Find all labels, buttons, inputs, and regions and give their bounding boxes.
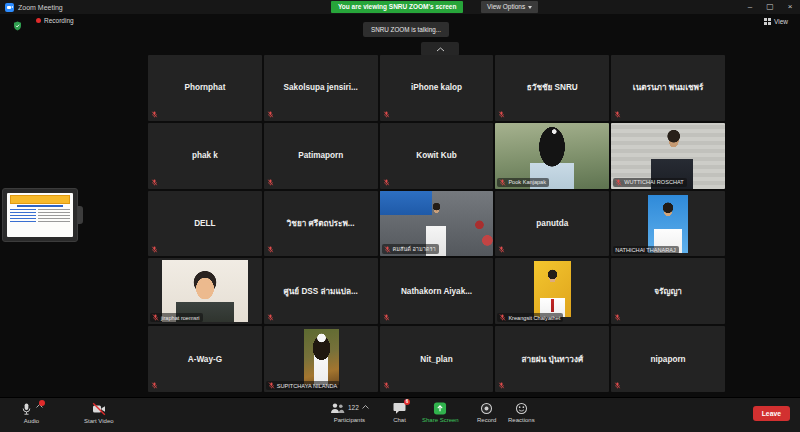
nameplate — [151, 179, 158, 186]
participants-count: 122 — [348, 405, 359, 412]
participant-tile[interactable]: Sakolsupa jensiri... — [264, 55, 378, 121]
nameplate — [151, 246, 158, 253]
title-bar: Zoom Meeting You are viewing SNRU ZOOM's… — [0, 0, 800, 14]
participant-name-center: ธวัชชัย SNRU — [495, 55, 609, 121]
share-screen-button[interactable]: Share Screen — [422, 402, 459, 423]
participant-name-center: Patimaporn — [264, 123, 378, 189]
participant-tile[interactable]: WUTTICHAI ROSCHAT — [611, 123, 725, 189]
leave-button[interactable]: Leave — [753, 406, 790, 421]
participants-options-caret[interactable] — [362, 405, 369, 409]
participant-tile[interactable]: DELL — [148, 191, 262, 257]
nameplate — [267, 246, 274, 253]
reactions-smiley-icon — [515, 402, 528, 415]
participant-tile[interactable]: Pook Kanjapak — [495, 123, 609, 189]
slide-title-line — [17, 205, 63, 207]
participant-tile[interactable]: Patimaporn — [264, 123, 378, 189]
recording-indicator[interactable]: Recording — [36, 17, 74, 24]
participant-tile[interactable]: Phornphat — [148, 55, 262, 121]
participant-name-center: nipaporn — [611, 326, 725, 392]
slide-header-band — [10, 195, 70, 204]
preview-drag-handle[interactable] — [78, 206, 83, 224]
maximize-button[interactable]: ▢ — [760, 0, 780, 14]
record-label: Record — [477, 417, 496, 423]
minimize-button[interactable]: – — [740, 0, 760, 14]
reactions-label: Reactions — [508, 417, 535, 423]
video-camera-off-icon — [92, 402, 106, 416]
participant-tile[interactable]: nipaporn — [611, 326, 725, 392]
nameplate — [614, 314, 621, 321]
participant-tile[interactable]: Kowit Kub — [380, 123, 494, 189]
view-options-button[interactable]: View Options — [481, 1, 538, 13]
muted-mic-icon — [268, 382, 275, 389]
participants-grid: Phornphat Sakolsupa jensiri... iPhone ka… — [148, 55, 725, 392]
nameplate — [151, 382, 158, 389]
record-button[interactable]: Record — [477, 402, 496, 423]
muted-mic-icon — [383, 382, 390, 389]
participant-tile[interactable]: phak k — [148, 123, 262, 189]
participant-tile[interactable]: iPhone kalop — [380, 55, 494, 121]
muted-mic-icon — [498, 382, 505, 389]
participant-tile[interactable]: Kreangsit Chaiyathet — [495, 258, 609, 324]
nameplate — [614, 111, 621, 118]
record-icon — [480, 402, 493, 415]
participant-name-center: iPhone kalop — [380, 55, 494, 121]
reactions-button[interactable]: Reactions — [508, 402, 535, 423]
window-controls: – ▢ × — [740, 0, 800, 14]
nameplate — [383, 111, 390, 118]
view-layout-button[interactable]: View — [760, 16, 792, 27]
participants-icon — [330, 402, 345, 415]
participant-tile[interactable]: jiraphat roemsri — [148, 258, 262, 324]
start-video-button[interactable]: Start Video — [84, 402, 114, 424]
grid-view-icon — [764, 18, 771, 25]
participant-tile[interactable]: NATHICHAI THANARAJ — [611, 191, 725, 257]
participant-name-center: วิชยา ศรีตถประพ... — [264, 191, 378, 257]
chat-unread-badge: 6 — [404, 399, 410, 405]
nameplate — [383, 179, 390, 186]
audio-button[interactable]: Audio — [20, 402, 43, 424]
nameplate: WUTTICHAI ROSCHAT — [613, 178, 687, 187]
microphone-icon — [20, 402, 33, 416]
nameplate — [151, 111, 158, 118]
participant-tile[interactable]: ศูนย์ DSS ล่ามแปล... — [264, 258, 378, 324]
participants-button[interactable]: 122 Participants — [330, 402, 369, 423]
participant-name-center: ศูนย์ DSS ล่ามแปล... — [264, 258, 378, 324]
participant-tile[interactable]: Nathakorn Aiyak... — [380, 258, 494, 324]
participant-tile[interactable]: SUPITCHAYA NILANDA — [264, 326, 378, 392]
participant-tile[interactable]: panutda — [495, 191, 609, 257]
participant-tile[interactable]: A-Way-G — [148, 326, 262, 392]
chat-button[interactable]: 6 Chat — [393, 402, 406, 423]
nameplate: SUPITCHAYA NILANDA — [266, 381, 340, 390]
participant-tile[interactable]: Nit_plan — [380, 326, 494, 392]
muted-mic-icon — [499, 179, 506, 186]
muted-mic-icon — [499, 314, 506, 321]
muted-mic-icon — [383, 314, 390, 321]
collapse-strip-button[interactable] — [421, 42, 459, 56]
participant-tile[interactable]: คมสันต์ อามาตรา — [380, 191, 494, 257]
participant-tile[interactable]: วิชยา ศรีตถประพ... — [264, 191, 378, 257]
participant-tile[interactable]: เนตรนภา พนมเชพร์ — [611, 55, 725, 121]
muted-mic-icon — [151, 179, 158, 186]
participant-name-center: phak k — [148, 123, 262, 189]
participant-name-center: สายฝน ปุ่นทาวงศ์ — [495, 326, 609, 392]
close-button[interactable]: × — [780, 0, 800, 14]
participant-name: jiraphat roemsri — [161, 315, 200, 321]
participant-name-center: A-Way-G — [148, 326, 262, 392]
participant-name: คมสันต์ อามาตรา — [393, 245, 436, 253]
muted-mic-icon — [151, 246, 158, 253]
share-screen-label: Share Screen — [422, 417, 459, 423]
meeting-toolbar: Audio Start Video 122 Participants — [0, 397, 800, 432]
shared-screen-preview[interactable] — [2, 188, 78, 242]
participant-name-center: Kowit Kub — [380, 123, 494, 189]
security-shield-icon[interactable] — [13, 17, 22, 35]
nameplate — [498, 246, 505, 253]
participant-name-center: Nit_plan — [380, 326, 494, 392]
nameplate — [267, 111, 274, 118]
participant-name: Kreangsit Chaiyathet — [508, 315, 560, 321]
participant-tile[interactable]: สายฝน ปุ่นทาวงศ์ — [495, 326, 609, 392]
participant-name-center: เนตรนภา พนมเชพร์ — [611, 55, 725, 121]
participant-tile[interactable]: จรัญญา — [611, 258, 725, 324]
participant-tile[interactable]: ธวัชชัย SNRU — [495, 55, 609, 121]
muted-mic-icon — [614, 111, 621, 118]
chevron-down-icon — [528, 6, 532, 9]
nameplate — [383, 314, 390, 321]
